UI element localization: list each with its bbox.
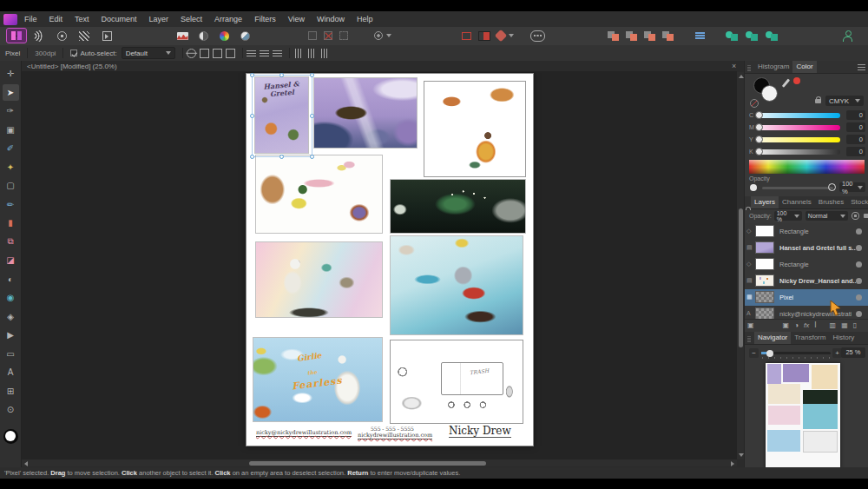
document-tab[interactable]: <Untitled> [Modified] (25.0%) [22, 61, 737, 72]
layer-name[interactable]: Rectangle [779, 228, 809, 235]
visibility-toggle-icon[interactable] [856, 294, 862, 301]
tone-mapping-persona-button[interactable] [75, 29, 94, 43]
geometry-add-button[interactable] [723, 29, 740, 43]
yellow-slider[interactable] [758, 137, 840, 142]
photo-persona-button[interactable] [7, 29, 26, 43]
zoom-slider[interactable] [761, 352, 831, 354]
selection-to-layer-button[interactable] [306, 29, 319, 43]
magenta-slider[interactable] [758, 125, 840, 130]
invert-selection-button[interactable] [337, 29, 351, 43]
account-button[interactable] [838, 29, 856, 43]
blend-ranges-icon[interactable]: Ⅰ [814, 321, 816, 329]
auto-select-mode-dropdown[interactable]: Default [122, 47, 175, 59]
flood-select-tool[interactable]: ✦ [3, 159, 19, 175]
text-tool[interactable]: A [3, 364, 19, 380]
close-document-icon[interactable]: × [732, 61, 736, 71]
rectangle-tool[interactable]: ▭ [3, 346, 19, 362]
menu-edit[interactable]: Edit [49, 15, 63, 23]
add-pixel-layer-icon[interactable]: ▦ [841, 321, 848, 329]
align-middle-icon[interactable] [306, 49, 316, 58]
align-bottom-icon[interactable] [319, 49, 329, 58]
artwork-winter-bird-scene[interactable] [313, 77, 418, 149]
scroll-down-icon[interactable] [739, 453, 744, 457]
layer-name[interactable]: Pixel [779, 294, 793, 301]
opacity-value-dropdown[interactable]: 100 % [839, 182, 865, 192]
node-tool[interactable]: ▶ [3, 327, 19, 343]
zoom-percentage[interactable]: 25 % [841, 347, 865, 358]
auto-select-checkbox[interactable] [70, 50, 77, 56]
layer-thumbnail[interactable] [755, 241, 774, 254]
visibility-toggle-icon[interactable] [856, 278, 862, 284]
lock-color-icon[interactable] [815, 99, 821, 103]
assistant-button[interactable] [528, 29, 547, 43]
layer-row-rectangle-2[interactable]: ◇ Rectangle [745, 256, 868, 274]
no-fill-icon[interactable] [750, 99, 759, 108]
insert-behind-button[interactable] [605, 29, 621, 43]
panel-grip-icon[interactable] [747, 63, 751, 71]
opacity-slider-knob[interactable] [828, 183, 836, 191]
assistant-options-dropdown[interactable] [495, 29, 516, 43]
fill-stroke-swatches[interactable] [3, 429, 18, 444]
layer-thumbnail[interactable] [755, 274, 774, 287]
tab-stock[interactable]: Stock [847, 196, 868, 208]
develop-persona-button[interactable] [52, 29, 71, 43]
canvas-viewport[interactable]: Hansel & Gretel Girlie the Fearless TRAS… [22, 72, 737, 459]
alignment-button[interactable] [692, 29, 707, 43]
layer-row-rectangle-1[interactable]: ◇ Rectangle [745, 223, 868, 241]
vertical-scroll-thumb[interactable] [739, 208, 743, 347]
cycle-selection-box-icon[interactable] [200, 49, 209, 58]
cyan-value[interactable]: 0 [846, 110, 865, 120]
active-color-swatches[interactable] [753, 77, 776, 100]
magenta-slider-knob[interactable] [755, 123, 763, 131]
pixel-tool[interactable]: ▮ [3, 215, 19, 231]
align-left-icon[interactable] [247, 49, 256, 58]
artwork-kids-and-dog[interactable] [424, 81, 526, 177]
tab-layers[interactable]: Layers [751, 196, 779, 208]
paint-brush-tool[interactable]: ✏ [3, 196, 19, 213]
zoom-slider-knob[interactable] [766, 350, 773, 357]
color-spectrum-bar[interactable] [749, 160, 865, 174]
fill-color-swatch[interactable] [761, 85, 778, 102]
artwork-elephant-on-boat[interactable] [390, 235, 523, 335]
crop-tool[interactable]: ▣ [3, 122, 19, 138]
mesh-warp-tool[interactable]: ⊞ [3, 383, 19, 400]
scroll-up-icon[interactable] [739, 75, 744, 78]
dodge-brush-tool[interactable]: ◐ [3, 271, 19, 287]
yellow-value[interactable]: 0 [846, 135, 865, 144]
color-picker-tool[interactable]: ✑ [3, 102, 19, 119]
yellow-slider-knob[interactable] [755, 135, 763, 143]
hide-selection-icon[interactable] [213, 49, 222, 58]
blend-options-gear-icon[interactable] [852, 212, 858, 220]
visibility-toggle-icon[interactable] [856, 245, 862, 251]
layer-thumbnail[interactable] [755, 225, 774, 237]
tab-channels[interactable]: Channels [779, 196, 815, 208]
auto-colours-button[interactable] [215, 29, 233, 43]
tab-brushes[interactable]: Brushes [815, 196, 847, 208]
artwork-hansel-gretel-cover[interactable]: Hansel & Gretel [254, 76, 309, 154]
cyan-slider[interactable] [758, 113, 840, 118]
artwork-halloween-night-scene[interactable] [390, 179, 526, 234]
menu-file[interactable]: File [24, 15, 37, 23]
zoom-tool[interactable]: ⊙ [3, 401, 19, 418]
layer-name[interactable]: Nicky Drew_Hansel and... [779, 277, 856, 285]
layer-effects-icon[interactable]: fx [804, 321, 809, 329]
scroll-left-icon[interactable] [24, 461, 28, 466]
menu-document[interactable]: Document [102, 15, 137, 23]
insert-as-child-button[interactable] [660, 29, 675, 43]
panel-grip-icon[interactable] [747, 334, 751, 342]
edit-all-layers-icon[interactable]: ▣ [747, 321, 754, 329]
visibility-toggle-icon[interactable] [856, 228, 862, 235]
layer-thumbnail[interactable] [755, 258, 774, 270]
tab-transform[interactable]: Transform [791, 332, 829, 344]
geometry-subtract-button[interactable] [743, 29, 760, 43]
black-slider-knob[interactable] [755, 148, 763, 155]
group-layers-icon[interactable]: ▥ [830, 321, 837, 329]
insert-inside-button[interactable] [641, 29, 657, 43]
blend-mode-dropdown[interactable]: Normal [806, 211, 848, 221]
visibility-toggle-icon[interactable] [856, 311, 862, 317]
eyedropper-icon[interactable] [782, 78, 790, 87]
erase-brush-tool[interactable]: ◪ [3, 252, 19, 268]
horizontal-scroll-thumb[interactable] [249, 461, 486, 466]
align-center-icon[interactable] [260, 49, 269, 58]
artwork-garbage-truck-sketch[interactable]: TRASH [390, 340, 523, 424]
